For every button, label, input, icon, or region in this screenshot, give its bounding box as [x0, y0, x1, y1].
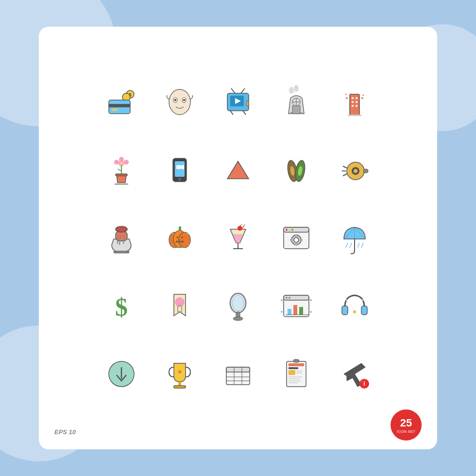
svg-rect-27 [356, 97, 357, 99]
svg-rect-143 [289, 367, 298, 369]
svg-point-90 [289, 229, 290, 231]
svg-rect-108 [178, 306, 182, 312]
eps-label: EPS 10 [54, 428, 76, 436]
svg-line-102 [346, 243, 348, 248]
svg-rect-36 [348, 115, 361, 116]
icon-headphones [325, 272, 384, 340]
svg-rect-118 [293, 305, 297, 315]
icon-trophy: ★ [151, 340, 209, 408]
svg-rect-69 [114, 251, 129, 253]
icon-dollar: $ [92, 272, 151, 340]
svg-point-128 [361, 299, 363, 301]
svg-point-123 [281, 311, 283, 313]
svg-point-116 [289, 297, 290, 299]
svg-rect-142 [289, 363, 304, 366]
svg-rect-16 [247, 101, 249, 106]
icon-count-badge: 25 ICON SET [391, 409, 422, 441]
svg-rect-4 [109, 104, 130, 107]
svg-point-84 [238, 226, 242, 231]
svg-rect-70 [179, 226, 181, 230]
svg-point-51 [178, 178, 181, 181]
svg-rect-25 [350, 94, 359, 116]
icon-pumpkin [151, 204, 209, 272]
svg-point-10 [183, 99, 185, 101]
svg-line-105 [361, 243, 363, 248]
svg-rect-117 [288, 309, 291, 315]
svg-point-65 [116, 226, 127, 232]
svg-rect-97 [300, 239, 303, 241]
svg-point-121 [281, 299, 283, 301]
svg-line-60 [343, 166, 347, 168]
svg-point-35 [363, 95, 364, 96]
svg-line-85 [240, 224, 242, 226]
svg-rect-63 [363, 169, 368, 173]
svg-line-17 [230, 111, 233, 115]
icon-video-phone [151, 136, 209, 204]
svg-rect-21 [292, 106, 300, 114]
svg-point-33 [361, 97, 363, 99]
svg-point-115 [286, 297, 288, 299]
svg-point-59 [354, 169, 357, 173]
svg-line-18 [243, 111, 246, 115]
svg-rect-125 [342, 306, 348, 315]
svg-rect-96 [290, 239, 292, 241]
icon-retro-tv [209, 68, 267, 136]
svg-point-19 [289, 87, 294, 94]
icon-face-mask [151, 68, 209, 136]
icon-analytics [267, 272, 325, 340]
svg-rect-132 [178, 382, 181, 386]
icon-credit-card: $ [92, 68, 151, 136]
svg-point-110 [232, 295, 244, 311]
svg-point-77 [187, 233, 188, 235]
main-card: $ [39, 27, 437, 449]
svg-point-112 [233, 317, 243, 321]
icon-jobs [267, 340, 325, 408]
svg-rect-26 [352, 97, 354, 99]
badge-sublabel: ICON SET [397, 430, 415, 434]
icon-mixer [92, 204, 151, 272]
svg-point-40 [114, 160, 119, 165]
svg-line-44 [118, 169, 121, 171]
svg-rect-29 [356, 101, 357, 103]
icon-building [325, 68, 384, 136]
svg-text:i: i [363, 380, 365, 387]
svg-marker-52 [227, 161, 249, 179]
icon-arrow-up [209, 136, 267, 204]
svg-rect-94 [295, 234, 297, 237]
svg-point-129 [346, 299, 348, 301]
icon-mirror [209, 272, 267, 340]
svg-rect-151 [293, 359, 299, 362]
icon-web-settings [267, 204, 325, 272]
svg-rect-30 [352, 105, 354, 107]
icon-airplane: i [325, 340, 384, 408]
svg-rect-133 [174, 386, 186, 388]
svg-line-12 [241, 88, 245, 93]
svg-rect-31 [356, 105, 357, 107]
svg-line-11 [231, 88, 235, 93]
icon-surfboards [267, 136, 325, 204]
icon-download [92, 340, 151, 408]
svg-point-89 [286, 229, 288, 231]
svg-point-122 [310, 299, 312, 301]
icon-table-grid [209, 340, 267, 408]
icon-umbrella [325, 204, 384, 272]
svg-rect-64 [116, 231, 127, 241]
svg-rect-144 [289, 370, 295, 375]
svg-rect-119 [299, 307, 303, 315]
svg-line-86 [242, 224, 245, 229]
svg-point-107 [175, 297, 185, 307]
svg-point-124 [310, 311, 312, 313]
icon-horn [325, 136, 384, 204]
svg-line-103 [350, 243, 352, 248]
icon-grid: $ [92, 68, 384, 408]
svg-point-79 [188, 244, 189, 246]
svg-rect-95 [295, 243, 297, 246]
svg-line-104 [357, 243, 359, 248]
svg-point-20 [294, 85, 299, 92]
svg-rect-45 [116, 174, 127, 176]
svg-rect-28 [352, 101, 354, 103]
svg-rect-126 [361, 306, 367, 315]
icon-bookmark-tag [151, 272, 209, 340]
svg-line-62 [343, 174, 347, 176]
svg-point-42 [120, 162, 123, 165]
